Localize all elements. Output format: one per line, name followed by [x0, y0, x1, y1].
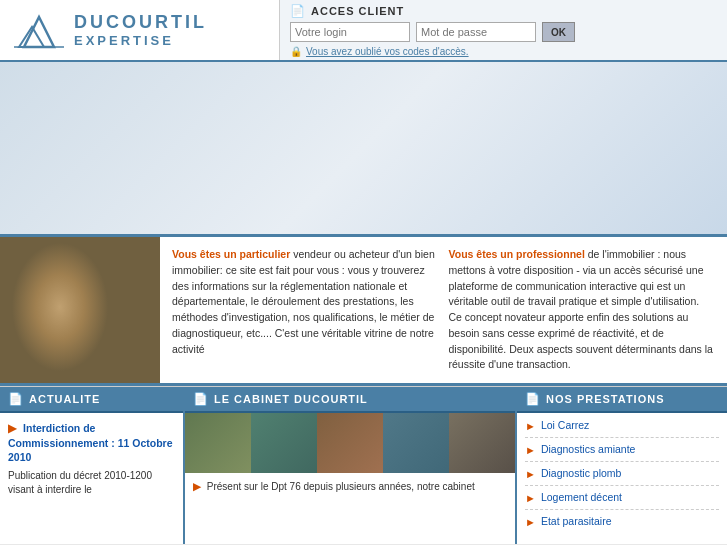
actualite-item-body: Publication du décret 2010-1200 visant à…: [8, 469, 175, 497]
prestation-link[interactable]: Loi Carrez: [541, 419, 589, 431]
actualite-col: 📄 ACTUALITE ▶ Interdiction de Commission…: [0, 387, 185, 544]
two-col-text: Vous êtes un particulier vendeur ou ache…: [172, 247, 715, 373]
document-icon: 📄: [290, 4, 306, 18]
prestation-link[interactable]: Diagnostics amiante: [541, 443, 636, 455]
particulier-title: Vous êtes un particulier: [172, 248, 290, 260]
prestations-title: NOS PRESTATIONS: [546, 393, 665, 405]
banner-image: [0, 62, 727, 234]
particulier-col: Vous êtes un particulier vendeur ou ache…: [172, 247, 439, 373]
photo-4: [383, 413, 449, 473]
cabinet-body: Présent sur le Dpt 76 depuis plusieurs a…: [207, 481, 475, 492]
cabinet-title: LE CABINET DUCOURTIL: [214, 393, 368, 405]
cabinet-photos: [185, 413, 515, 473]
login-row: OK: [290, 22, 717, 42]
professionnel-col: Vous êtes un professionnel de l'immobili…: [449, 247, 716, 373]
prestation-item: ► Logement décent: [525, 491, 719, 510]
actualite-header: 📄 ACTUALITE: [0, 387, 183, 413]
actualite-item-1: ▶ Interdiction de Commissionnement : 11 …: [8, 421, 175, 497]
photo-1: [185, 413, 251, 473]
arrow-icon: ►: [525, 420, 536, 432]
info-section: Vous êtes un particulier vendeur ou ache…: [0, 237, 727, 386]
logo-icon: [14, 9, 64, 51]
arrow-icon: ►: [525, 468, 536, 480]
prestation-item: ► Etat parasitaire: [525, 515, 719, 533]
photo-2: [251, 413, 317, 473]
lock-icon: 🔒: [290, 46, 302, 57]
three-col-section: 📄 ACTUALITE ▶ Interdiction de Commission…: [0, 386, 727, 544]
banner-area: [0, 62, 727, 237]
prestation-item: ► Diagnostics amiante: [525, 443, 719, 462]
actualite-content: ▶ Interdiction de Commissionnement : 11 …: [0, 413, 183, 513]
photo-5: [449, 413, 515, 473]
prestations-icon: 📄: [525, 392, 541, 406]
arrow-icon: ►: [525, 492, 536, 504]
acces-client-area: 📄 ACCES CLIENT OK 🔒 Vous avez oublié vos…: [280, 0, 727, 60]
cabinet-col: 📄 LE CABINET DUCOURTIL ▶ Présent sur le …: [185, 387, 517, 544]
bullet-icon: ▶: [8, 422, 16, 434]
prestation-item: ► Diagnostic plomb: [525, 467, 719, 486]
hand-image-col: [0, 237, 160, 383]
logo-area: DUCOURTIL EXPERTISE: [0, 0, 280, 60]
forgot-link: 🔒 Vous avez oublié vos codes d'accès.: [290, 46, 717, 57]
text-col: Vous êtes un particulier vendeur ou ache…: [160, 237, 727, 383]
particulier-text: vendeur ou acheteur d'un bien immobilier…: [172, 248, 435, 355]
hand-image: [0, 237, 160, 383]
professionnel-text: de l'immobilier : nous mettons à votre d…: [449, 248, 713, 370]
actualite-icon: 📄: [8, 392, 24, 406]
prestation-item: ► Loi Carrez: [525, 419, 719, 438]
password-input[interactable]: [416, 22, 536, 42]
cabinet-bullet: ▶: [193, 481, 201, 492]
arrow-icon: ►: [525, 444, 536, 456]
prestations-header: 📄 NOS PRESTATIONS: [517, 387, 727, 413]
logo-line2: EXPERTISE: [74, 33, 207, 48]
prestation-link[interactable]: Diagnostic plomb: [541, 467, 622, 479]
acces-client-title: 📄 ACCES CLIENT: [290, 4, 717, 18]
prestations-col: 📄 NOS PRESTATIONS ► Loi Carrez ► Diagnos…: [517, 387, 727, 544]
header: DUCOURTIL EXPERTISE 📄 ACCES CLIENT OK 🔒 …: [0, 0, 727, 62]
cabinet-icon: 📄: [193, 392, 209, 406]
professionnel-title: Vous êtes un professionnel: [449, 248, 585, 260]
actualite-item-title[interactable]: Interdiction de Commissionnement : 11 Oc…: [8, 422, 173, 463]
actualite-title: ACTUALITE: [29, 393, 100, 405]
arrow-icon: ►: [525, 516, 536, 528]
ok-button[interactable]: OK: [542, 22, 575, 42]
prestation-link[interactable]: Etat parasitaire: [541, 515, 612, 527]
forgot-password-link[interactable]: Vous avez oublié vos codes d'accès.: [306, 46, 469, 57]
cabinet-content: ▶ Présent sur le Dpt 76 depuis plusieurs…: [185, 473, 515, 500]
prestations-content: ► Loi Carrez ► Diagnostics amiante ► Dia…: [517, 413, 727, 544]
photo-3: [317, 413, 383, 473]
login-input[interactable]: [290, 22, 410, 42]
cabinet-header: 📄 LE CABINET DUCOURTIL: [185, 387, 515, 413]
acces-client-label: ACCES CLIENT: [311, 5, 404, 17]
prestation-link[interactable]: Logement décent: [541, 491, 622, 503]
logo-text: DUCOURTIL EXPERTISE: [74, 12, 207, 48]
logo-line1: DUCOURTIL: [74, 12, 207, 33]
